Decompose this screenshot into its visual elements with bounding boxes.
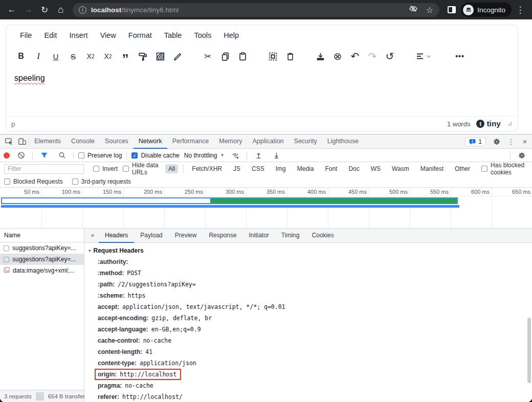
throttling-select[interactable]: No throttling ▼	[184, 152, 225, 159]
hide-data-urls-checkbox[interactable]: Hide data URLs	[123, 162, 160, 176]
subscript-button[interactable]: X2	[82, 49, 99, 64]
menu-insert[interactable]: Insert	[63, 29, 94, 42]
home-icon[interactable]: ⌂	[53, 2, 69, 17]
network-conditions-icon[interactable]	[229, 149, 242, 162]
third-party-requests-checkbox[interactable]: 3rd-party requests	[72, 178, 131, 185]
request-row-3[interactable]: data:image/svg+xml;...	[0, 265, 84, 276]
menu-table[interactable]: Table	[158, 29, 188, 42]
detail-tab-timing[interactable]: Timing	[275, 229, 306, 243]
filter-type-all[interactable]: All	[165, 164, 178, 173]
filter-icon[interactable]	[37, 149, 51, 162]
checkbox-unchecked[interactable]	[78, 152, 84, 159]
page-info-icon[interactable]: i	[79, 6, 86, 14]
align-dropdown[interactable]	[411, 49, 435, 64]
image-frame-icon[interactable]	[151, 49, 169, 64]
request-headers-section[interactable]: ▾ Request Headers	[84, 245, 532, 256]
tab-memory[interactable]: Memory	[214, 135, 247, 149]
tab-application[interactable]: Application	[247, 135, 289, 149]
copy-button[interactable]	[216, 49, 234, 64]
preserve-log-checkbox[interactable]: Preserve log	[78, 152, 122, 159]
menu-file[interactable]: File	[14, 29, 38, 42]
tab-lighthouse[interactable]: Lighthouse	[322, 135, 364, 149]
checkbox-checked[interactable]: ✓	[131, 152, 138, 159]
filter-type-js[interactable]: JS	[230, 164, 243, 173]
tab-network[interactable]: Network	[134, 135, 167, 149]
underline-button[interactable]: U	[47, 49, 64, 64]
inspect-element-icon[interactable]	[2, 136, 15, 148]
overview-request-bar[interactable]	[1, 197, 458, 204]
disable-cache-checkbox[interactable]: ✓ Disable cache	[131, 152, 179, 159]
cancel-button[interactable]: ⊗	[329, 49, 346, 64]
word-count[interactable]: 1 words	[447, 120, 471, 128]
strikethrough-button[interactable]: S	[64, 49, 82, 64]
detail-tab-cookies[interactable]: Cookies	[305, 229, 340, 243]
menu-tools[interactable]: Tools	[188, 29, 217, 42]
devtools-close-icon[interactable]: ×	[519, 137, 531, 146]
url-text[interactable]: localhost/tinymce/tiny6.html	[91, 6, 179, 14]
superscript-button[interactable]: X2	[99, 49, 117, 64]
detail-tab-initiator[interactable]: Initiator	[242, 229, 275, 243]
side-panel-icon[interactable]	[448, 6, 456, 13]
disclosure-triangle-icon[interactable]: ▾	[88, 248, 91, 253]
settings-gear-icon[interactable]	[490, 136, 503, 148]
cut-button[interactable]: ✂	[199, 49, 216, 64]
redo-button[interactable]: ↷	[364, 49, 381, 64]
timeline-overview[interactable]: 50 ms100 ms150 ms200 ms250 ms300 ms350 m…	[0, 188, 532, 229]
blocked-requests-checkbox[interactable]: Blocked Requests	[4, 178, 63, 185]
incognito-badge[interactable]: Incognito	[461, 3, 512, 17]
forward-icon[interactable]: →	[20, 2, 36, 17]
detail-close-icon[interactable]: ×	[86, 232, 99, 239]
tiny-branding[interactable]: t tiny	[476, 119, 501, 128]
detail-tab-response[interactable]: Response	[203, 229, 242, 243]
misspelled-word[interactable]: speeling	[14, 74, 45, 82]
editor-content[interactable]: speeling	[6, 67, 518, 116]
element-path[interactable]: p	[11, 120, 15, 128]
invert-checkbox[interactable]: Invert	[93, 165, 118, 172]
tab-performance[interactable]: Performance	[167, 135, 214, 149]
devtools-menu-icon[interactable]: ⋮	[504, 136, 518, 148]
detail-tab-preview[interactable]: Preview	[169, 229, 203, 243]
permanent-pen-icon[interactable]	[169, 49, 186, 64]
detail-tab-payload[interactable]: Payload	[134, 229, 168, 243]
filter-type-font[interactable]: Font	[322, 164, 340, 173]
eye-blocked-icon[interactable]	[409, 4, 418, 15]
reload-icon[interactable]: ↻	[37, 2, 52, 17]
url-bar[interactable]: i localhost/tinymce/tiny6.html ☆	[73, 3, 439, 17]
paste-button[interactable]	[234, 49, 251, 64]
more-toolbar-button[interactable]: •••	[451, 49, 469, 64]
tab-console[interactable]: Console	[66, 135, 100, 149]
overview-timeline-bar[interactable]	[1, 205, 459, 208]
menu-view[interactable]: View	[94, 29, 122, 42]
restore-draft-button[interactable]: ↺	[381, 49, 398, 64]
filter-input[interactable]	[4, 164, 84, 174]
tab-elements[interactable]: Elements	[29, 135, 66, 149]
detail-tab-headers[interactable]: Headers	[99, 229, 134, 243]
filter-type-media[interactable]: Media	[294, 164, 317, 173]
filter-type-ws[interactable]: WS	[368, 164, 384, 173]
bold-button[interactable]: B	[12, 49, 30, 64]
filter-type-wasm[interactable]: Wasm	[389, 164, 412, 173]
filter-type-css[interactable]: CSS	[249, 164, 268, 173]
device-toolbar-icon[interactable]	[15, 136, 29, 148]
has-blocked-cookies-checkbox[interactable]: Has blocked cookies	[481, 162, 528, 176]
undo-button[interactable]: ↶	[346, 49, 364, 64]
italic-button[interactable]: I	[30, 49, 47, 64]
filter-type-manifest[interactable]: Manifest	[417, 164, 447, 173]
name-column-header[interactable]: Name	[0, 229, 84, 242]
blockquote-button[interactable]: ”	[117, 49, 134, 64]
tab-security[interactable]: Security	[289, 135, 322, 149]
menu-edit[interactable]: Edit	[38, 29, 63, 42]
back-icon[interactable]: ←	[4, 2, 19, 17]
save-button[interactable]	[312, 49, 329, 64]
request-row-1[interactable]: suggestions?apiKey=...	[0, 242, 84, 254]
export-har-icon[interactable]	[270, 149, 283, 162]
record-button[interactable]	[4, 152, 10, 159]
tab-sources[interactable]: Sources	[100, 135, 134, 149]
bookmark-icon[interactable]: ☆	[426, 5, 433, 15]
menu-help[interactable]: Help	[217, 29, 245, 42]
filter-type-doc[interactable]: Doc	[345, 164, 362, 173]
import-har-icon[interactable]	[252, 149, 265, 162]
resize-handle-icon[interactable]	[507, 119, 513, 128]
select-all-button[interactable]	[264, 49, 281, 64]
search-icon[interactable]	[55, 149, 69, 162]
